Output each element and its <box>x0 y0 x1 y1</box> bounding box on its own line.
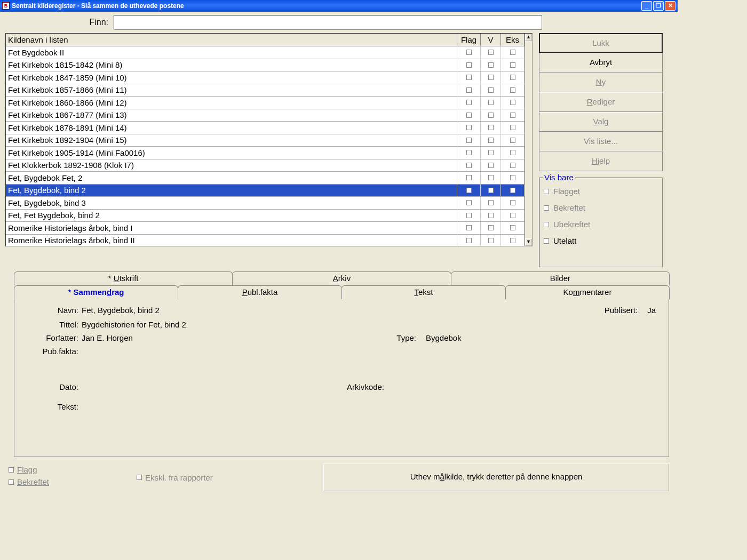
tab-utskrift[interactable]: * Utskrift <box>14 271 233 285</box>
minimize-button[interactable]: _ <box>641 1 652 11</box>
table-row[interactable]: Fet, Bygdebok, bind 3 <box>6 197 532 210</box>
vis-liste-button[interactable]: Vis liste... <box>539 132 663 151</box>
value-type: Bygdebok <box>426 333 462 342</box>
scroll-up-button[interactable]: ▲ <box>525 34 532 41</box>
cell-v[interactable] <box>481 197 501 209</box>
col-header-eks[interactable]: Eks <box>501 34 525 46</box>
hjelp-button[interactable]: Hjelp <box>539 151 663 171</box>
col-header-name[interactable]: Kildenavn i listen <box>6 34 457 46</box>
tab-tekst[interactable]: Tekst <box>341 285 506 299</box>
cell-flag[interactable] <box>457 97 481 109</box>
cell-v[interactable] <box>481 185 501 197</box>
cell-v[interactable] <box>481 59 501 71</box>
cell-eks[interactable] <box>501 222 525 234</box>
cell-v[interactable] <box>481 134 501 147</box>
cell-eks[interactable] <box>501 134 525 147</box>
cell-flag[interactable] <box>457 159 481 172</box>
value-tittel: Bygdehistorien for Fet, bind 2 <box>82 320 186 329</box>
cell-eks[interactable] <box>501 122 525 134</box>
flagg-checkbox: Flagg <box>9 465 126 474</box>
table-row[interactable]: Fet Kirkebok 1815-1842 (Mini 8) <box>6 59 532 72</box>
maximize-button[interactable]: ❐ <box>653 1 664 11</box>
cell-flag[interactable] <box>457 147 481 159</box>
cell-flag[interactable] <box>457 122 481 134</box>
cell-eks[interactable] <box>501 109 525 122</box>
cell-flag[interactable] <box>457 185 481 197</box>
table-row[interactable]: Fet Kirkebok 1892-1904 (Mini 15) <box>6 134 532 147</box>
rediger-button[interactable]: Rediger <box>539 92 663 112</box>
cell-v[interactable] <box>481 172 501 184</box>
tab-publfakta[interactable]: Publ.fakta <box>178 285 342 299</box>
table-row[interactable]: Fet, Bygdebok Fet, 2 <box>6 172 532 185</box>
cell-flag[interactable] <box>457 46 481 59</box>
cell-flag[interactable] <box>457 71 481 84</box>
col-header-v[interactable]: V <box>481 34 501 46</box>
finn-input[interactable] <box>114 15 542 30</box>
scroll-down-button[interactable]: ▼ <box>525 238 532 246</box>
cell-eks[interactable] <box>501 59 525 71</box>
valg-button[interactable]: Valg <box>539 112 663 132</box>
cell-v[interactable] <box>481 97 501 109</box>
table-row[interactable]: Fet, Fet Bygdebok, bind 2 <box>6 210 532 222</box>
cell-flag[interactable] <box>457 235 481 247</box>
tab-arkiv[interactable]: Arkiv <box>232 271 451 285</box>
cell-v[interactable] <box>481 147 501 159</box>
cell-flag[interactable] <box>457 172 481 184</box>
table-row[interactable]: Fet Kirkebok 1860-1866 (Mini 12) <box>6 97 532 109</box>
cell-eks[interactable] <box>501 185 525 197</box>
cell-v[interactable] <box>481 46 501 59</box>
cell-name: Romerike Historielags årbok, bind I <box>6 222 457 234</box>
table-row[interactable]: Romerike Historielags årbok, bind I <box>6 222 532 235</box>
table-row[interactable]: Fet Kirkebok 1847-1859 (Mini 10) <box>6 71 532 84</box>
cell-eks[interactable] <box>501 97 525 109</box>
cell-v[interactable] <box>481 235 501 247</box>
label-pubfakta: Pub.fakta: <box>27 347 78 356</box>
cell-eks[interactable] <box>501 71 525 84</box>
table-row[interactable]: Fet, Bygdebok, bind 2 <box>6 185 532 197</box>
table-row[interactable]: Fet Klokkerbok 1892-1906 (Klok I7) <box>6 159 532 172</box>
tab-kommentarer[interactable]: Kommentarer <box>505 285 670 299</box>
cell-eks[interactable] <box>501 197 525 209</box>
cell-flag[interactable] <box>457 59 481 71</box>
cell-v[interactable] <box>481 84 501 97</box>
tab-bilder[interactable]: Bilder <box>451 271 670 285</box>
cell-v[interactable] <box>481 159 501 172</box>
vis-utelatt-checkbox[interactable]: Utelatt <box>544 236 658 245</box>
cell-flag[interactable] <box>457 134 481 147</box>
tab-sammendrag[interactable]: * Sammendrag <box>14 285 178 299</box>
cell-eks[interactable] <box>501 172 525 184</box>
cell-flag[interactable] <box>457 210 481 222</box>
cell-flag[interactable] <box>457 109 481 122</box>
source-grid[interactable]: Kildenavn i listen Flag V Eks Fet Bygdeb… <box>5 33 533 246</box>
col-header-flag[interactable]: Flag <box>457 34 481 46</box>
grid-scrollbar[interactable]: ▲ ▼ <box>525 34 532 246</box>
cell-v[interactable] <box>481 71 501 84</box>
cell-name: Romerike Historielags årbok, bind II <box>6 235 457 247</box>
cell-eks[interactable] <box>501 147 525 159</box>
merge-button[interactable]: Uthev målkilde, trykk deretter på denne … <box>323 463 669 491</box>
cell-flag[interactable] <box>457 197 481 209</box>
cell-v[interactable] <box>481 210 501 222</box>
cell-eks[interactable] <box>501 159 525 172</box>
table-row[interactable]: Fet Bygdebok II <box>6 46 532 59</box>
cell-eks[interactable] <box>501 235 525 247</box>
cell-name: Fet Kirkebok 1892-1904 (Mini 15) <box>6 134 457 147</box>
cell-eks[interactable] <box>501 210 525 222</box>
cell-v[interactable] <box>481 222 501 234</box>
titlebar: B Sentralt kilderegister - Slå sammen de… <box>0 0 678 12</box>
cell-v[interactable] <box>481 122 501 134</box>
close-button[interactable]: ✕ <box>665 1 676 11</box>
cell-v[interactable] <box>481 109 501 122</box>
cell-flag[interactable] <box>457 84 481 97</box>
cell-eks[interactable] <box>501 46 525 59</box>
cell-eks[interactable] <box>501 84 525 97</box>
avbryt-button[interactable]: Avbryt <box>539 53 663 73</box>
table-row[interactable]: Fet Kirkebok 1867-1877 (Mini 13) <box>6 109 532 122</box>
table-row[interactable]: Fet Kirkebok 1905-1914 (Mini Fa0016) <box>6 147 532 159</box>
table-row[interactable]: Romerike Historielags årbok, bind II <box>6 235 532 247</box>
table-row[interactable]: Fet Kirkebok 1857-1866 (Mini 11) <box>6 84 532 97</box>
ny-button[interactable]: Ny <box>539 73 663 92</box>
cell-flag[interactable] <box>457 222 481 234</box>
lukk-button[interactable]: Lukk <box>539 33 663 53</box>
table-row[interactable]: Fet Kirkebok 1878-1891 (Mini 14) <box>6 122 532 134</box>
